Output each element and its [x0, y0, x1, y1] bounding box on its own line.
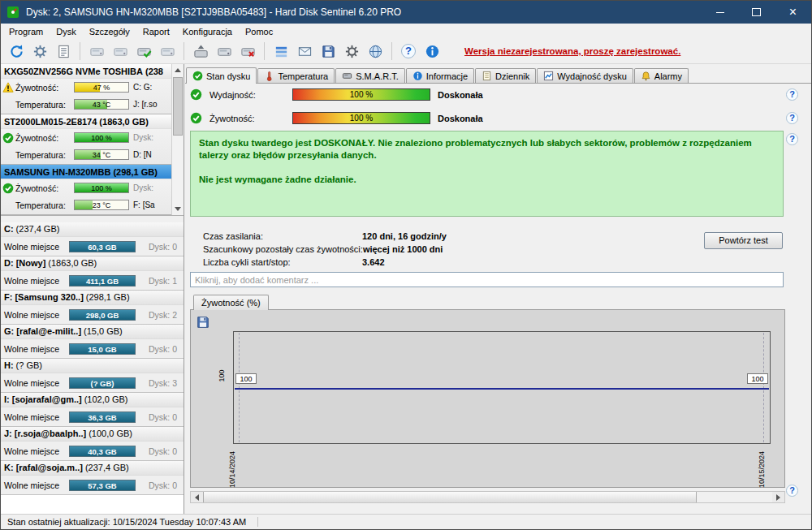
partition-row[interactable]: D: [Nowy](1863,0 GB) Wolne miejsce411,1 …	[1, 256, 184, 291]
toolbar-separator	[264, 42, 265, 60]
partition-disk-number: Dysk: 0	[136, 480, 184, 490]
scrollbar-thumb[interactable]	[173, 77, 183, 136]
scroll-up-icon[interactable]	[172, 64, 184, 76]
panel-view-icon[interactable]	[270, 41, 292, 62]
partition-name: J: [r.soja@baalph..]	[4, 429, 86, 438]
register-link[interactable]: Wersja niezarejestrowana, proszę zarejes…	[464, 46, 680, 56]
partition-disk-number: Dysk: 0	[136, 446, 184, 456]
minimize-button[interactable]	[702, 1, 738, 24]
disk-entry-2-selected[interactable]: SAMSUNG HN-M320MBB(298,1 GB) Żywotność: …	[1, 165, 171, 215]
disk-volumes-text: C: G:	[129, 83, 171, 92]
titlebar: Dysk: 2, SAMSUNG HN-M320MBB [S2TJJ9BBA05…	[1, 1, 811, 24]
surface-disk-icon[interactable]	[214, 41, 235, 62]
menu-szczegoly[interactable]: Szczegóły	[83, 24, 136, 39]
content-panel: Stan dysku Temperatura S.M.A.R.T. Inform…	[184, 64, 811, 514]
summary-action-text: Nie jest wymagane żadne działanie.	[199, 174, 775, 186]
free-space-bar: 15,0 GB	[69, 343, 136, 355]
disk-entry-1[interactable]: ST2000LM015-2E8174(1863,0 GB) Żywotność:…	[1, 114, 171, 165]
free-space-label: Wolne miejsce	[4, 344, 69, 354]
chart-horizontal-scrollbar[interactable]	[190, 491, 785, 503]
web-icon[interactable]	[365, 41, 386, 62]
eject-disk-icon[interactable]	[190, 41, 211, 62]
retest-button[interactable]: Powtórz test	[704, 232, 783, 249]
partition-row[interactable]: K: [rafal@soja.m..](237,4 GB) Wolne miej…	[1, 461, 184, 495]
free-space-bar: 60,3 GB	[69, 241, 136, 252]
toolbar-separator	[80, 42, 80, 60]
tab-stan-dysku[interactable]: Stan dysku	[186, 67, 257, 84]
help-icon[interactable]	[786, 112, 798, 124]
tab-informacje[interactable]: Informacje	[406, 68, 474, 83]
tab-label: Informacje	[426, 71, 468, 81]
app-logo-icon	[6, 6, 19, 19]
disk-small-icon[interactable]	[157, 41, 178, 62]
help-icon[interactable]	[786, 88, 798, 101]
chart-tab-zywotnosc[interactable]: Żywotność (%)	[193, 295, 269, 310]
free-space-label: Wolne miejsce	[4, 242, 69, 252]
menu-pomoc[interactable]: Pomoc	[239, 24, 279, 39]
email-report-icon[interactable]	[294, 41, 315, 62]
remove-disk-icon[interactable]	[237, 41, 258, 62]
scroll-left-icon[interactable]	[191, 492, 203, 502]
refresh-icon[interactable]	[6, 41, 27, 62]
thermometer-icon	[264, 71, 274, 81]
summary-text: Stan dysku twardego jest DOSKONAŁY. Nie …	[199, 137, 775, 162]
disk-list-scrollbar[interactable]	[171, 64, 184, 215]
help-icon[interactable]	[786, 133, 798, 145]
tab-wydajnosc-dysku[interactable]: Wydajność dysku	[537, 68, 633, 83]
menu-dysk[interactable]: Dysk	[50, 24, 82, 39]
maximize-button[interactable]	[738, 1, 775, 24]
menu-raport[interactable]: Raport	[136, 24, 176, 39]
health-row: Żywotność: 100 % Doskonała	[190, 111, 483, 125]
partition-row[interactable]: I: [sojarafal@gm..](102,0 GB) Wolne miej…	[1, 393, 184, 427]
free-space-label: Wolne miejsce	[4, 480, 69, 490]
partition-capacity: (298,1 GB)	[86, 292, 130, 302]
scroll-right-icon[interactable]	[772, 492, 784, 502]
free-space-bar: 57,3 GB	[69, 480, 136, 491]
comment-input[interactable]	[190, 272, 784, 287]
partition-name: F: [Samsung 320..]	[4, 292, 84, 302]
partition-row[interactable]: F: [Samsung 320..](298,1 GB) Wolne miejs…	[1, 291, 184, 325]
partition-row[interactable]: H:(? GB) Wolne miejsce(? GB)Dysk: 3	[1, 359, 184, 393]
ok-check-icon	[190, 88, 202, 101]
free-space-bar: 36,3 GB	[69, 412, 136, 423]
disk-entry-0[interactable]: KXG50ZNV256G NVMe TOSHIBA(238 Żywotność:…	[1, 64, 171, 114]
menu-program[interactable]: Program	[2, 24, 50, 39]
tab-alarmy[interactable]: Alarmy	[634, 68, 689, 83]
last-update-text: Stan ostatniej aktualizacji: 10/15/2024 …	[7, 517, 246, 527]
partition-row[interactable]: C:(237,4 GB) Wolne miejsce60,3 GBDysk: 0	[1, 222, 184, 256]
free-space-label: Wolne miejsce	[4, 378, 69, 388]
tab-dziennik[interactable]: Dziennik	[475, 68, 536, 83]
tab-temperatura[interactable]: Temperatura	[257, 68, 335, 83]
partition-row[interactable]: J: [r.soja@baalph..](100,0 GB) Wolne mie…	[1, 427, 184, 461]
help-icon[interactable]	[786, 485, 798, 497]
scrollbar-track[interactable]	[697, 492, 772, 502]
partition-capacity: (102,0 GB)	[84, 394, 128, 404]
disk-next-icon[interactable]	[110, 41, 131, 62]
free-space-label: Wolne miejsce	[4, 310, 69, 320]
settings-gear-icon[interactable]	[341, 41, 362, 62]
partition-capacity: (237,4 GB)	[16, 224, 60, 234]
tab-label: Wydajność dysku	[557, 71, 627, 81]
health-label: Żywotność:	[15, 83, 74, 93]
health-summary-note: Stan dysku twardego jest DOSKONAŁY. Nie …	[190, 131, 784, 217]
disk-prev-icon[interactable]	[86, 41, 107, 62]
help-icon[interactable]	[398, 41, 419, 62]
disk-capacity: (298,1 GB)	[113, 167, 157, 177]
ok-check-icon	[190, 112, 202, 124]
report-icon[interactable]	[53, 41, 74, 62]
menu-konfiguracja[interactable]: Konfiguracja	[176, 24, 239, 39]
close-button[interactable]	[775, 1, 811, 24]
scroll-down-icon[interactable]	[172, 203, 184, 215]
save-report-icon[interactable]	[317, 41, 339, 62]
scrollbar-thumb[interactable]	[203, 492, 697, 502]
tab-smart[interactable]: S.M.A.R.T.	[335, 68, 405, 83]
auto-refresh-icon[interactable]	[29, 41, 50, 62]
info-icon[interactable]	[421, 41, 443, 62]
partition-row[interactable]: G: [rafal@e-milit..](15,0 GB) Wolne miej…	[1, 325, 184, 359]
disk-ok-icon[interactable]	[133, 41, 154, 62]
performance-row: Wydajność: 100 % Doskonała	[190, 88, 483, 101]
health-history-chart: 100 100 100 10/14/2024 10/15/2024	[190, 309, 785, 488]
save-chart-icon[interactable]	[196, 315, 212, 331]
partition-disk-number: Dysk: 0	[136, 412, 184, 422]
chart-x-label-end: 10/15/2024	[758, 447, 766, 488]
